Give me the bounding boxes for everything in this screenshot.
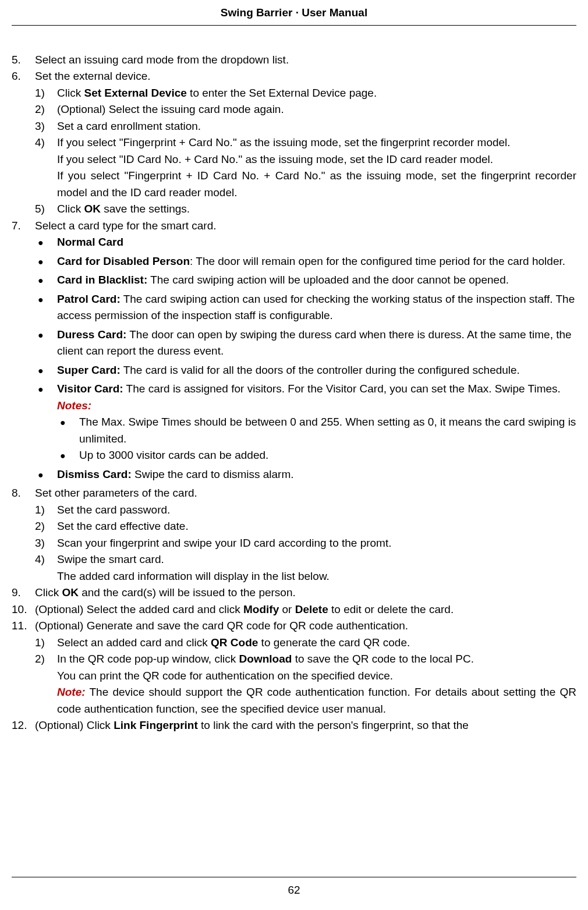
super-card-bullet: Super Card: The card is valid for all th…	[35, 362, 576, 379]
header-title: Swing Barrier · User Manual	[221, 6, 367, 19]
dismiss-card-bullet: Dismiss Card: Swipe the card to dismiss …	[35, 466, 576, 483]
step-11-2-note: Note: The device should support the QR c…	[57, 684, 576, 717]
ok-bold-2: OK	[62, 586, 79, 599]
blacklist-card-bullet: Card in Blacklist: The card swiping acti…	[35, 272, 576, 289]
step-8-2: Set the card effective date.	[35, 518, 576, 535]
step-12: (Optional) Click Link Fingerprint to lin…	[12, 717, 576, 734]
note-label-inline: Note:	[57, 686, 86, 698]
note-2: Up to 3000 visitor cards can be added.	[57, 447, 576, 464]
step-8-text: Set other parameters of the card.	[35, 487, 197, 499]
step-11-sublist: Select an added card and click QR Code t…	[35, 635, 576, 718]
content-area: Select an issuing card mode from the dro…	[12, 52, 576, 734]
note-1: The Max. Swipe Times should be between 0…	[57, 414, 576, 447]
patrol-card-bullet: Patrol Card: The card swiping action can…	[35, 291, 576, 324]
ok-bold: OK	[84, 203, 101, 215]
step-7-text: Select a card type for the smart card.	[35, 219, 217, 232]
duress-card-bullet: Duress Card: The door can open by swipin…	[35, 327, 576, 360]
step-6-4-cont2: If you select "Fingerprint + ID Card No.…	[57, 168, 576, 201]
step-6-3: Set a card enrollment station.	[35, 118, 576, 135]
step-8-sublist: Set the card password. Set the card effe…	[35, 502, 576, 585]
step-7-bullets: Normal Card Card for Disabled Person: Th…	[35, 234, 576, 483]
step-8-4-cont: The added card information will display …	[57, 568, 576, 585]
step-11-2-cont: You can print the QR code for authentica…	[57, 668, 576, 685]
step-8: Set other parameters of the card. Set th…	[12, 485, 576, 585]
step-6-4: If you select "Fingerprint + Card No." a…	[35, 134, 576, 201]
link-fingerprint-bold: Link Fingerprint	[114, 719, 198, 731]
step-11-2: In the QR code pop-up window, click Down…	[35, 651, 576, 717]
step-5-text: Select an issuing card mode from the dro…	[35, 54, 289, 66]
step-6-4-cont1: If you select "ID Card No. + Card No." a…	[57, 151, 576, 168]
page-footer: 62	[12, 877, 576, 899]
step-6-1: Click Set External Device to enter the S…	[35, 85, 576, 102]
notes-label: Notes:	[57, 398, 576, 415]
step-6-sublist: Click Set External Device to enter the S…	[35, 85, 576, 218]
step-11: (Optional) Generate and save the card QR…	[12, 618, 576, 717]
page-header: Swing Barrier · User Manual	[12, 0, 576, 26]
delete-bold: Delete	[295, 603, 328, 615]
notes-list: The Max. Swipe Times should be between 0…	[57, 414, 576, 464]
step-7: Select a card type for the smart card. N…	[12, 218, 576, 483]
modify-bold: Modify	[243, 603, 279, 615]
step-5: Select an issuing card mode from the dro…	[12, 52, 576, 69]
step-8-4: Swipe the smart card. The added card inf…	[35, 551, 576, 585]
step-11-1: Select an added card and click QR Code t…	[35, 635, 576, 651]
download-bold: Download	[239, 653, 292, 665]
step-6-text: Set the external device.	[35, 70, 151, 82]
visitor-card-bullet: Visitor Card: The card is assigned for v…	[35, 381, 576, 464]
set-external-device-bold: Set External Device	[84, 87, 186, 99]
disabled-card-bullet: Card for Disabled Person: The door will …	[35, 253, 576, 270]
step-8-3: Scan your fingerprint and swipe your ID …	[35, 535, 576, 552]
page-number: 62	[288, 884, 300, 896]
step-10: (Optional) Select the added card and cli…	[12, 601, 576, 618]
normal-card-bullet: Normal Card	[35, 234, 576, 251]
qr-code-bold: QR Code	[211, 636, 258, 649]
step-8-1: Set the card password.	[35, 502, 576, 519]
step-9: Click OK and the card(s) will be issued …	[12, 585, 576, 601]
step-11-text: (Optional) Generate and save the card QR…	[35, 619, 408, 632]
step-6-5: Click OK save the settings.	[35, 201, 576, 218]
main-list: Select an issuing card mode from the dro…	[12, 52, 576, 734]
step-6-2: (Optional) Select the issuing card mode …	[35, 101, 576, 118]
step-6: Set the external device. Click Set Exter…	[12, 68, 576, 218]
